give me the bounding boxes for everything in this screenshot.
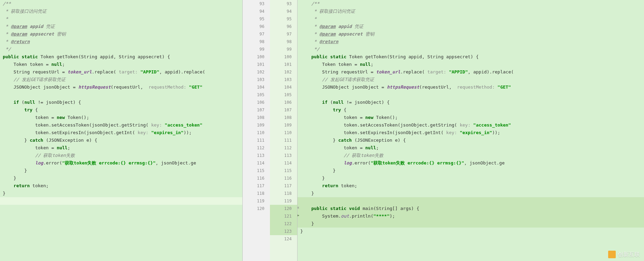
field-ref: out	[341, 213, 349, 219]
code-text: Token token =	[3, 62, 51, 67]
line-number: 121	[270, 212, 297, 220]
code-text: String requestUrl =	[311, 69, 376, 74]
param-name: appsecret	[30, 31, 54, 37]
keyword-return: return	[3, 183, 30, 188]
code-text: token.setAccessToken(jsonObject.getStrin…	[3, 122, 151, 128]
code-text: ));	[492, 130, 500, 135]
added-line	[298, 197, 644, 205]
line-number: 101	[270, 61, 297, 68]
param-desc: 密钥	[57, 31, 66, 37]
line-number: 93	[270, 0, 297, 8]
code-text: }	[3, 191, 6, 196]
param-name: appid	[30, 24, 43, 29]
keyword-null: null	[51, 62, 62, 67]
blank-line	[0, 91, 242, 99]
keyword-null: null	[333, 100, 344, 105]
param-hint: requestMethod:	[149, 84, 189, 90]
code-text	[311, 160, 344, 165]
line-number: 112	[243, 144, 270, 152]
return-tag: @return	[319, 39, 338, 44]
string-literal: "access_token"	[165, 122, 203, 128]
brand-text: 创新互联	[618, 251, 640, 258]
line-number: 113	[270, 152, 297, 159]
code-text: token =	[3, 145, 57, 150]
doc-comment-line: *	[3, 24, 11, 29]
keyword-try: try	[3, 107, 32, 112]
string-literal: "access_token"	[473, 122, 511, 128]
param-hint: requestMethod:	[457, 84, 497, 90]
line-number: 120	[270, 205, 297, 212]
doc-close: */	[311, 47, 319, 52]
code-text: token.setExpiresIn(jsonObject.getInt(	[311, 130, 446, 135]
code-text: (	[19, 100, 24, 105]
line-number: 98	[243, 38, 270, 46]
line-number: 104	[270, 83, 297, 91]
code-text: {	[341, 107, 346, 112]
line-number: 102	[270, 68, 297, 76]
identifier: token_url	[68, 69, 92, 74]
code-text: }	[311, 191, 314, 196]
line-number: 123	[270, 228, 297, 235]
line-number: 124	[270, 235, 297, 243]
line-number: 109	[243, 121, 270, 129]
keyword-catch: catch	[30, 138, 43, 143]
code-text: .error(	[352, 160, 371, 165]
added-line: System.out.println("****");	[298, 212, 644, 220]
keyword: public static void	[311, 206, 360, 211]
line-number: 101	[243, 61, 270, 68]
code-text: != jsonObject) {	[344, 100, 390, 105]
line-number: 100	[243, 53, 270, 61]
code-text: }	[3, 138, 30, 143]
line-number: 97	[243, 30, 270, 38]
identifier: httpsRequest	[78, 84, 111, 90]
code-text: }	[311, 221, 314, 226]
param-desc: 凭证	[354, 24, 363, 29]
line-number: 119	[270, 197, 297, 205]
line-number: 99	[243, 46, 270, 53]
chevron-left-icon[interactable]: «	[298, 205, 299, 210]
line-number: 94	[243, 8, 270, 15]
line-number: 119	[243, 197, 270, 205]
keyword-new: new	[365, 115, 373, 120]
code-text: , appid).replace(	[159, 69, 205, 74]
left-line-numbers: 9394959697989910010110210310410510610710…	[243, 0, 270, 261]
arrow-right-icon[interactable]: ▶	[298, 213, 299, 218]
doc-comment-line: * 获取接口访问凭证	[3, 9, 47, 14]
added-line: public static void main(String[] args) {	[298, 205, 644, 212]
line-number: 94	[270, 8, 297, 15]
brand-logo-icon	[608, 251, 616, 258]
string-literal: "GET"	[497, 84, 511, 90]
left-code-pane[interactable]: /** * 获取接口访问凭证 * * @param appid 凭证 * @pa…	[0, 0, 242, 261]
doc-comment-line: *	[3, 16, 8, 21]
code-text: ));	[183, 130, 191, 135]
string-literal: "APPID"	[140, 69, 159, 74]
param-tag: @param	[11, 24, 27, 29]
line-number: 120	[243, 205, 270, 212]
code-text: .replace(	[400, 69, 427, 74]
code-text: token =	[3, 115, 57, 120]
line-number: 107	[270, 106, 297, 114]
code-text: System.	[311, 213, 341, 219]
line-number: 115	[270, 167, 297, 174]
line-number: 111	[243, 137, 270, 144]
code-text: ;	[68, 145, 70, 150]
line-number: 95	[270, 15, 297, 23]
doc-comment-line: * 获取接口访问凭证	[311, 9, 355, 14]
code-text: Token();	[373, 115, 398, 120]
code-text: Token();	[65, 115, 89, 120]
line-number: 100	[270, 53, 297, 61]
line-number: 104	[243, 83, 270, 91]
doc-comment: /**	[311, 1, 319, 6]
line-number-gutter: 9394959697989910010110210310410510610710…	[242, 0, 298, 261]
identifier: httpsRequest	[387, 84, 419, 90]
line-number: 116	[243, 174, 270, 182]
string-literal: "获取token失败 errcode:{} errmsg:{}"	[371, 160, 464, 165]
string-literal: "expires_in"	[460, 130, 492, 135]
string-literal: "APPID"	[449, 69, 468, 74]
line-number: 110	[270, 129, 297, 137]
right-line-numbers: 9394959697989910010110210310410510610710…	[270, 0, 297, 261]
right-code-pane[interactable]: /** * 获取接口访问凭证 * * @param appid 凭证 * @pa…	[298, 0, 644, 261]
code-text: ;	[62, 62, 65, 67]
keyword-null: null	[360, 62, 371, 67]
keyword-public: public	[3, 54, 19, 59]
